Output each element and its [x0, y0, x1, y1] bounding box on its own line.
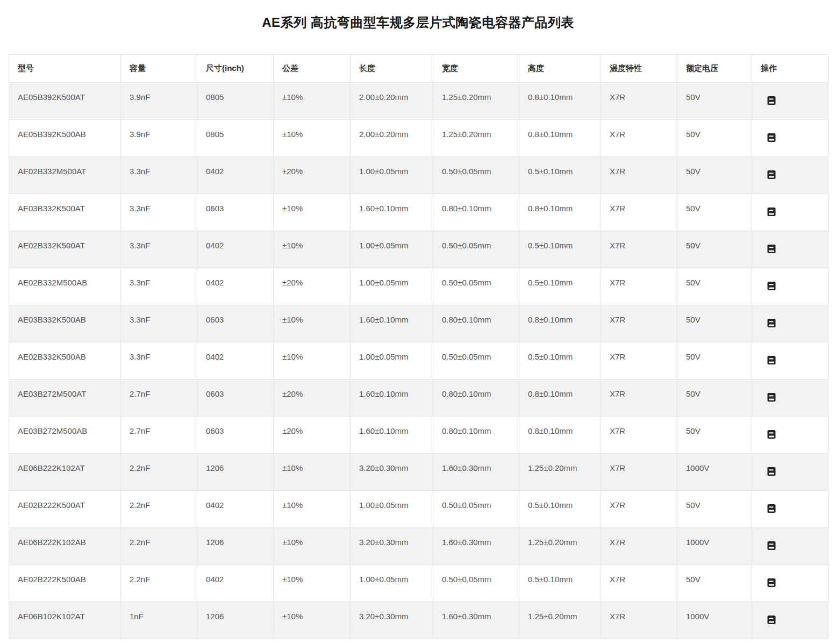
datasheet-button[interactable]	[767, 541, 776, 550]
table-row: AE02B332M500AT 3.3nF 0402 ±20% 1.00±0.05…	[9, 157, 828, 194]
cell-length: 2.00±0.20mm	[351, 83, 433, 120]
cell-width: 1.60±0.30mm	[433, 528, 519, 565]
cell-height: 0.8±0.10mm	[519, 380, 601, 417]
cell-length: 1.00±0.05mm	[351, 565, 433, 602]
cell-size: 0402	[197, 231, 274, 268]
table-row: AE02B332K500AT 3.3nF 0402 ±10% 1.00±0.05…	[9, 231, 828, 268]
datasheet-button[interactable]	[767, 96, 776, 105]
column-header-temp-characteristic: 温度特性	[601, 55, 677, 83]
cell-width: 1.25±0.20mm	[433, 83, 519, 120]
cell-height: 0.5±0.10mm	[519, 342, 601, 380]
cell-length: 3.20±0.30mm	[351, 602, 433, 639]
datasheet-button[interactable]	[767, 504, 776, 513]
cell-capacity: 1nF	[121, 602, 197, 639]
cell-length: 1.60±0.10mm	[351, 305, 433, 342]
cell-model: AE06B222K102AB	[9, 528, 121, 565]
cell-tolerance: ±20%	[274, 268, 351, 305]
datasheet-button[interactable]	[767, 578, 776, 588]
cell-width: 1.60±0.30mm	[433, 602, 519, 639]
cell-tolerance: ±10%	[274, 231, 351, 268]
cell-width: 0.80±0.10mm	[433, 194, 519, 231]
cell-rated-voltage: 50V	[677, 417, 752, 454]
cell-tolerance: ±10%	[274, 602, 351, 639]
cell-capacity: 2.2nF	[121, 565, 197, 602]
datasheet-icon	[767, 207, 776, 217]
cell-capacity: 2.2nF	[121, 491, 197, 528]
cell-action	[752, 83, 828, 120]
cell-length: 1.00±0.05mm	[351, 342, 433, 380]
cell-action	[752, 231, 828, 268]
datasheet-icon	[767, 318, 776, 328]
datasheet-icon	[767, 392, 776, 402]
column-header-action: 操作	[752, 55, 828, 83]
cell-temp-characteristic: X7R	[601, 342, 677, 380]
cell-capacity: 3.3nF	[121, 268, 197, 305]
cell-height: 1.25±0.20mm	[519, 602, 601, 639]
cell-tolerance: ±10%	[274, 305, 351, 342]
cell-length: 1.00±0.05mm	[351, 491, 433, 528]
cell-temp-characteristic: X7R	[601, 565, 677, 602]
cell-width: 0.50±0.05mm	[433, 231, 519, 268]
cell-temp-characteristic: X7R	[601, 528, 677, 565]
datasheet-button[interactable]	[767, 133, 776, 142]
datasheet-icon	[767, 430, 776, 439]
cell-rated-voltage: 50V	[677, 380, 752, 417]
cell-height: 0.5±0.10mm	[519, 491, 601, 528]
datasheet-button[interactable]	[767, 430, 776, 439]
cell-rated-voltage: 50V	[677, 305, 752, 342]
cell-rated-voltage: 50V	[677, 342, 752, 380]
cell-height: 0.5±0.10mm	[519, 231, 601, 268]
cell-action	[752, 380, 828, 417]
cell-length: 2.00±0.20mm	[351, 120, 433, 157]
cell-tolerance: ±20%	[274, 417, 351, 454]
cell-model: AE05B392K500AT	[9, 83, 121, 120]
datasheet-button[interactable]	[767, 244, 776, 254]
datasheet-button[interactable]	[767, 281, 776, 291]
cell-tolerance: ±10%	[274, 454, 351, 491]
cell-action	[752, 417, 828, 454]
table-row: AE06B102K102AT 1nF 1206 ±10% 3.20±0.30mm…	[9, 602, 828, 639]
cell-rated-voltage: 50V	[677, 157, 752, 194]
cell-temp-characteristic: X7R	[601, 157, 677, 194]
cell-length: 3.20±0.30mm	[351, 454, 433, 491]
table-row: AE03B332K500AT 3.3nF 0603 ±10% 1.60±0.10…	[9, 194, 828, 231]
product-table: 型号 容量 尺寸(inch) 公差 长度 宽度 高度 温度特性 额定电压 操作 …	[9, 54, 828, 639]
datasheet-button[interactable]	[767, 318, 776, 328]
cell-width: 0.50±0.05mm	[433, 157, 519, 194]
datasheet-button[interactable]	[767, 207, 776, 217]
datasheet-button[interactable]	[767, 615, 776, 625]
cell-rated-voltage: 1000V	[677, 602, 752, 639]
datasheet-button[interactable]	[767, 392, 776, 402]
table-row: AE02B332K500AB 3.3nF 0402 ±10% 1.00±0.05…	[9, 342, 828, 380]
cell-temp-characteristic: X7R	[601, 194, 677, 231]
cell-temp-characteristic: X7R	[601, 417, 677, 454]
datasheet-button[interactable]	[767, 467, 776, 476]
cell-capacity: 3.3nF	[121, 305, 197, 342]
cell-temp-characteristic: X7R	[601, 305, 677, 342]
datasheet-icon	[767, 170, 776, 180]
cell-rated-voltage: 50V	[677, 120, 752, 157]
cell-height: 0.5±0.10mm	[519, 565, 601, 602]
datasheet-button[interactable]	[767, 355, 776, 365]
cell-temp-characteristic: X7R	[601, 380, 677, 417]
cell-size: 1206	[197, 528, 274, 565]
cell-size: 0402	[197, 342, 274, 380]
cell-temp-characteristic: X7R	[601, 231, 677, 268]
cell-action	[752, 602, 828, 639]
cell-tolerance: ±20%	[274, 157, 351, 194]
cell-rated-voltage: 50V	[677, 491, 752, 528]
cell-size: 0603	[197, 194, 274, 231]
datasheet-button[interactable]	[767, 170, 776, 180]
cell-model: AE02B332M500AT	[9, 157, 121, 194]
cell-size: 1206	[197, 454, 274, 491]
table-row: AE06B222K102AB 2.2nF 1206 ±10% 3.20±0.30…	[9, 528, 828, 565]
datasheet-icon	[767, 355, 776, 365]
cell-size: 0805	[197, 120, 274, 157]
cell-temp-characteristic: X7R	[601, 602, 677, 639]
cell-action	[752, 528, 828, 565]
cell-temp-characteristic: X7R	[601, 491, 677, 528]
cell-capacity: 3.9nF	[121, 83, 197, 120]
cell-height: 0.8±0.10mm	[519, 83, 601, 120]
cell-width: 0.80±0.10mm	[433, 305, 519, 342]
cell-action	[752, 305, 828, 342]
